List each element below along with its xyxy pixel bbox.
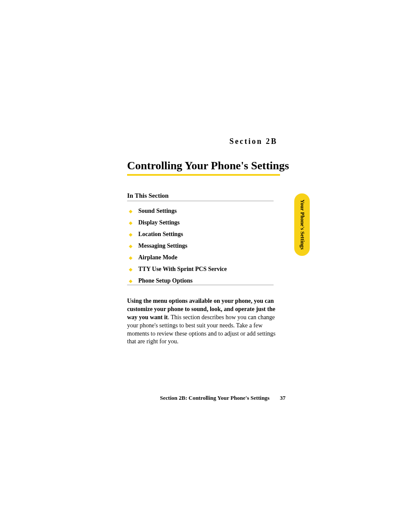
toc-label: Phone Setup Options <box>138 277 193 284</box>
bullet-icon: ◆ <box>129 278 132 284</box>
toc-item: ◆Airplane Mode <box>127 254 227 261</box>
toc-label: TTY Use With Sprint PCS Service <box>138 266 227 273</box>
divider-bottom <box>127 285 274 285</box>
bullet-icon: ◆ <box>129 255 132 261</box>
page-number: 37 <box>280 395 286 401</box>
toc-item: ◆Phone Setup Options <box>127 277 227 284</box>
toc-label: Location Settings <box>138 231 183 238</box>
toc-item: ◆Location Settings <box>127 231 227 238</box>
toc-item: ◆Sound Settings <box>127 208 227 215</box>
side-tab: Your Phone's Settings <box>294 193 310 256</box>
toc-item: ◆TTY Use With Sprint PCS Service <box>127 266 227 273</box>
bullet-icon: ◆ <box>129 220 132 226</box>
bullet-icon: ◆ <box>129 243 132 249</box>
subsection-heading: In This Section <box>127 192 168 199</box>
bullet-icon: ◆ <box>129 267 132 272</box>
title-underline <box>127 174 280 176</box>
toc-label: Sound Settings <box>138 208 177 215</box>
footer-label: Section 2B: Controlling Your Phone's Set… <box>160 395 269 401</box>
bullet-icon: ◆ <box>129 208 132 214</box>
toc-item: ◆Messaging Settings <box>127 243 227 249</box>
body-paragraph: Using the menu options available on your… <box>127 297 279 346</box>
divider-top <box>127 201 274 201</box>
toc-label: Display Settings <box>138 219 180 226</box>
page-footer: Section 2B: Controlling Your Phone's Set… <box>0 394 411 401</box>
page-title: Controlling Your Phone's Settings <box>127 159 289 172</box>
section-label: Section 2B <box>229 137 277 146</box>
document-page: Section 2B Controlling Your Phone's Sett… <box>0 0 411 532</box>
toc-label: Airplane Mode <box>138 254 177 261</box>
toc-label: Messaging Settings <box>138 243 187 249</box>
side-tab-label: Your Phone's Settings <box>299 199 305 249</box>
toc-item: ◆Display Settings <box>127 219 227 226</box>
bullet-icon: ◆ <box>129 232 132 237</box>
toc-list: ◆Sound Settings ◆Display Settings ◆Locat… <box>127 208 227 289</box>
